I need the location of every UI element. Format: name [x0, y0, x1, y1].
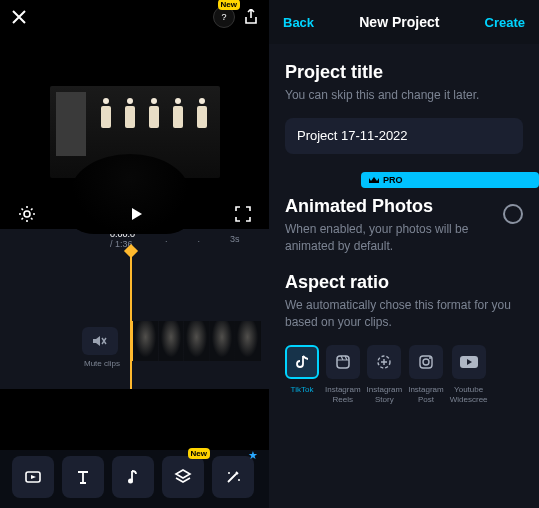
- export-button[interactable]: [243, 9, 259, 25]
- toolbar: New ★: [0, 450, 269, 508]
- wand-icon: [224, 468, 242, 486]
- text-icon: [74, 468, 92, 486]
- canvas-icon: [24, 468, 42, 486]
- gear-icon: [18, 205, 36, 223]
- clip-strip[interactable]: [131, 321, 261, 361]
- story-icon: [376, 354, 392, 370]
- settings-button[interactable]: [18, 205, 36, 223]
- svg-point-3: [128, 479, 133, 484]
- reels-icon: [335, 354, 351, 370]
- tool-layers[interactable]: New: [162, 456, 204, 498]
- svg-point-4: [228, 472, 230, 474]
- question-icon: ?: [219, 12, 229, 22]
- mute-clips-button[interactable]: [82, 327, 118, 355]
- tiktok-icon: [294, 354, 310, 370]
- aspect-heading: Aspect ratio: [285, 272, 523, 293]
- svg-point-9: [423, 359, 429, 365]
- new-badge: New: [188, 448, 210, 459]
- animated-photos-section: Animated Photos When enabled, your photo…: [269, 188, 539, 255]
- svg-point-5: [238, 479, 240, 481]
- star-badge: ★: [248, 449, 258, 462]
- fullscreen-icon: [235, 206, 251, 222]
- new-project-panel: Back New Project Create Project title Yo…: [269, 0, 539, 508]
- play-button[interactable]: [128, 206, 144, 222]
- timeline[interactable]: Mute clips: [0, 249, 269, 389]
- back-button[interactable]: Back: [283, 15, 314, 30]
- animated-heading: Animated Photos: [285, 196, 491, 217]
- new-badge: New: [218, 0, 240, 10]
- format-tiktok[interactable]: TikTok: [285, 345, 319, 404]
- tool-music[interactable]: [112, 456, 154, 498]
- format-instagram-post[interactable]: Instagram Post: [408, 345, 444, 404]
- format-youtube-widescreen[interactable]: Youtube Widescree: [450, 345, 488, 404]
- project-title-heading: Project title: [285, 62, 523, 83]
- project-title-section: Project title You can skip this and chan…: [269, 44, 539, 154]
- tool-text[interactable]: [62, 456, 104, 498]
- svg-point-10: [429, 357, 431, 359]
- project-title-sub: You can skip this and change it later.: [285, 87, 523, 104]
- animated-toggle[interactable]: [503, 204, 523, 224]
- editor-panel: ? New: [0, 0, 269, 508]
- svg-text:?: ?: [221, 12, 226, 22]
- tips-button[interactable]: ? New: [213, 6, 235, 28]
- close-icon: [12, 10, 26, 24]
- video-preview[interactable]: [0, 34, 269, 229]
- pro-badge: PRO: [361, 172, 539, 188]
- speaker-muted-icon: [92, 334, 108, 348]
- playhead[interactable]: [130, 249, 132, 389]
- play-icon: [128, 206, 144, 222]
- crown-icon: [369, 176, 379, 184]
- close-button[interactable]: [12, 10, 26, 24]
- format-instagram-reels[interactable]: Instagram Reels: [325, 345, 361, 404]
- animated-sub: When enabled, your photos will be animat…: [285, 221, 491, 255]
- tool-effects[interactable]: ★: [212, 456, 254, 498]
- aspect-sub: We automatically chose this format for y…: [285, 297, 523, 331]
- aspect-ratio-section: Aspect ratio We automatically chose this…: [269, 254, 539, 414]
- youtube-icon: [459, 355, 479, 369]
- instagram-icon: [418, 354, 434, 370]
- svg-rect-6: [337, 356, 349, 368]
- project-title-input[interactable]: Project 17-11-2022: [285, 118, 523, 154]
- layers-icon: [174, 468, 192, 486]
- create-button[interactable]: Create: [485, 15, 525, 30]
- share-icon: [243, 9, 259, 25]
- fullscreen-button[interactable]: [235, 206, 251, 222]
- header: Back New Project Create: [269, 0, 539, 44]
- format-instagram-story[interactable]: Instagram Story: [367, 345, 403, 404]
- svg-point-1: [24, 211, 30, 217]
- editor-topbar: ? New: [0, 0, 269, 34]
- mute-clips-label: Mute clips: [82, 359, 122, 368]
- page-title: New Project: [359, 14, 439, 30]
- tool-canvas[interactable]: [12, 456, 54, 498]
- music-icon: [124, 468, 142, 486]
